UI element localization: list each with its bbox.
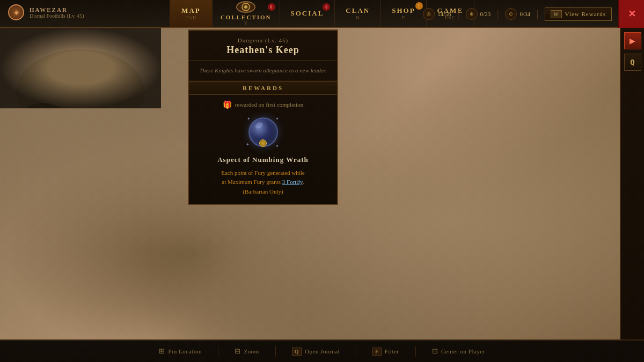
filter-key-icon: F	[372, 348, 382, 356]
journal-label: Open Journal	[305, 348, 340, 354]
dungeon-popup: Dungeon (Lv. 45) Heathen's Keep These Kn…	[188, 29, 338, 205]
zoom-icon: ⊟	[235, 347, 241, 356]
close-icon: ✕	[628, 8, 636, 20]
close-button[interactable]: ✕	[618, 0, 644, 28]
dungeon-type-label: Dungeon (Lv. 45)	[197, 37, 328, 43]
svg-point-36	[244, 5, 247, 9]
bottom-bar: ⊞ Pin Location ⊟ Zoom Q Open Journal F F…	[0, 339, 644, 362]
aspect-orb: ✦ ✦ ✦ ✦	[244, 114, 282, 151]
aspect-desc-line3: (Barbarian Only)	[243, 188, 283, 195]
dungeon-name-label: Heathen's Keep	[197, 45, 328, 56]
separator-1: |	[457, 9, 459, 19]
separator-2: |	[497, 9, 499, 19]
separator-bottom-1	[218, 346, 218, 357]
collection-badge: 0	[268, 3, 275, 11]
separator-bottom-4	[415, 346, 416, 357]
pin-icon: ⊞	[159, 347, 165, 356]
rewards-body: 🎁 rewarded on first completion ✦ ✦ ✦ ✦ A…	[189, 95, 337, 204]
fortify-value: 3 Fortify	[282, 179, 303, 185]
journal-button[interactable]: Q	[624, 54, 641, 71]
stat-value-1: 14/56	[437, 11, 451, 17]
small-orb	[259, 139, 267, 147]
arrow-right-icon: ▶	[630, 36, 635, 46]
bottom-open-journal: Q Open Journal	[292, 348, 340, 356]
w-key-icon: W	[551, 10, 561, 18]
right-panel: ▶ Q	[620, 28, 644, 339]
pan-right-button[interactable]: ▶	[624, 32, 641, 49]
rewards-header: REWARDS	[189, 81, 337, 95]
zoom-label: Zoom	[244, 348, 259, 354]
bottom-center-on-player: ⊡ Center on Player	[432, 347, 485, 356]
filter-label: Filter	[385, 348, 399, 354]
stat-group-2: ⊕ 0/23	[466, 8, 491, 20]
subarea-label: Dismal Foothills (Lv. 45)	[30, 13, 84, 19]
sparkle-br: ✦	[275, 144, 279, 149]
sparkle-bl: ✦	[246, 142, 250, 147]
center-label: Center on Player	[441, 348, 485, 354]
popup-header: Dungeon (Lv. 45) Heathen's Keep	[189, 31, 337, 61]
compass-icon: ◎	[423, 8, 435, 20]
top-navigation: ◈ HAWEZAR Dismal Foothills (Lv. 45) MAP …	[0, 0, 644, 28]
separator-3: |	[537, 9, 538, 19]
dungeon-lore: These Knights have sworn allegiance to a…	[189, 61, 337, 81]
region-label: HAWEZAR	[30, 6, 84, 13]
event-stat-icon: ⊙	[505, 8, 517, 20]
svg-rect-34	[0, 28, 161, 108]
stat-group-1: ◎ 14/56	[423, 8, 451, 20]
location-text: HAWEZAR Dismal Foothills (Lv. 45)	[30, 6, 84, 19]
q-key-icon: Q	[630, 58, 634, 67]
bottom-filter: F Filter	[372, 348, 399, 356]
separator-bottom-3	[356, 346, 356, 357]
stat-value-2: 0/23	[480, 11, 491, 17]
sparkle-tr: ✦	[275, 116, 279, 121]
separator-bottom-2	[275, 346, 276, 357]
stat-group-3: ⊙ 0/34	[505, 8, 530, 20]
bottom-pin-location: ⊞ Pin Location	[159, 347, 202, 356]
center-icon: ⊡	[432, 347, 438, 356]
tab-collection[interactable]: COLLECTION V 0	[213, 0, 280, 27]
tab-social[interactable]: SOCIAL 0	[280, 0, 335, 27]
aspect-description: Each point of Fury generated while at Ma…	[219, 168, 306, 197]
first-completion-text: 🎁 rewarded on first completion	[223, 100, 303, 109]
tab-map[interactable]: MAP TAB	[170, 0, 213, 27]
view-rewards-button[interactable]: W View Rewards	[545, 8, 612, 21]
chest-icon: 🎁	[223, 100, 232, 109]
stat-value-3: 0/34	[519, 11, 530, 17]
top-right-stats: ◎ 14/56 | ⊕ 0/23 | ⊙ 0/34 | W View Rewar…	[418, 0, 617, 28]
pin-label: Pin Location	[169, 348, 202, 354]
dungeon-stat-icon: ⊕	[466, 8, 478, 20]
bottom-zoom: ⊟ Zoom	[235, 347, 259, 356]
map-canvas: ⊞ ⊞ ⊞ ⊞ ⊞ ✦ ✦ ✦ ✦ ✦ ✦ ✦ ✦ ✦ ✦ △ △ ✦ ✦ ◆ …	[0, 28, 161, 108]
journal-key-icon: Q	[292, 348, 302, 356]
aspect-desc-line1: Each point of Fury generated while	[221, 169, 304, 176]
aspect-desc-line2: at Maximum Fury grants 3 Fortify.	[222, 179, 304, 185]
location-info: ◈ HAWEZAR Dismal Foothills (Lv. 45)	[8, 4, 84, 20]
aspect-name: Aspect of Numbing Wrath	[217, 156, 309, 164]
first-completion-label: rewarded on first completion	[235, 101, 303, 108]
social-badge: 0	[323, 3, 330, 11]
sparkle-tl: ✦	[247, 116, 251, 121]
tab-clan[interactable]: CLAN N	[335, 0, 381, 27]
collection-icon	[236, 1, 255, 13]
location-icon: ◈	[8, 4, 24, 20]
view-rewards-label: View Rewards	[565, 11, 606, 17]
